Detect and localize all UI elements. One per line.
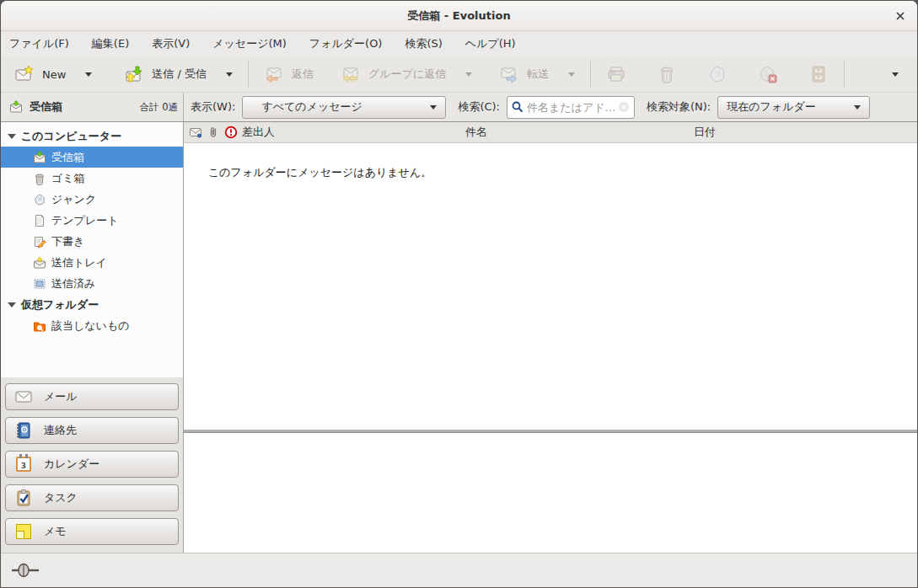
archive-icon xyxy=(808,64,829,84)
view-switcher: メール 連絡先 3 カレンダー タスク メモ xyxy=(1,377,183,553)
main-content: このコンピューター 受信箱 ゴミ箱 ジャンク テンプレート xyxy=(1,122,917,553)
menu-bar: ファイル(F) 編集(E) 表示(V) メッセージ(M) フォルダー(O) 検索… xyxy=(1,31,917,56)
forward-dropdown-icon[interactable] xyxy=(568,72,575,77)
tasks-icon xyxy=(14,489,33,507)
archive-button[interactable] xyxy=(802,60,835,88)
column-from[interactable]: 差出人 xyxy=(242,125,275,140)
sidebar-item-unmatched[interactable]: 該当しないもの xyxy=(1,315,183,336)
switcher-memos-button[interactable]: メモ xyxy=(5,518,179,545)
expander-icon[interactable] xyxy=(8,134,16,139)
junk-icon xyxy=(707,64,727,84)
new-mail-icon xyxy=(14,64,35,84)
show-filter-label: 表示(W): xyxy=(191,99,235,115)
junk-icon xyxy=(33,193,46,206)
switcher-calendar-button[interactable]: 3 カレンダー xyxy=(5,451,179,478)
tree-group-this-computer[interactable]: このコンピューター xyxy=(1,126,183,147)
menu-message[interactable]: メッセージ(M) xyxy=(212,36,287,51)
folder-name: 受信箱 xyxy=(30,99,62,115)
search-scope-dropdown[interactable]: 現在のフォルダー xyxy=(717,96,870,119)
calendar-icon: 3 xyxy=(16,457,31,472)
tree-group-search-folders[interactable]: 仮想フォルダー xyxy=(1,294,183,315)
show-filter-value: すべてのメッセージ xyxy=(261,99,362,115)
sidebar-item-label: 送信トレイ xyxy=(51,255,107,270)
delete-button[interactable] xyxy=(650,60,684,88)
print-button[interactable] xyxy=(599,60,633,88)
sidebar-item-templates[interactable]: テンプレート xyxy=(1,210,183,231)
tree-group-label: 仮想フォルダー xyxy=(21,297,99,313)
switcher-tasks-button[interactable]: タスク xyxy=(5,484,179,511)
show-filter-dropdown[interactable]: すべてのメッセージ xyxy=(242,96,446,119)
outbox-icon xyxy=(33,256,46,270)
search-label: 検索(C): xyxy=(458,99,500,115)
send-receive-dropdown-icon[interactable] xyxy=(226,72,233,77)
menu-edit[interactable]: 編集(E) xyxy=(92,36,129,51)
contacts-icon xyxy=(14,421,33,440)
send-receive-button[interactable]: 送信 / 受信 xyxy=(117,60,239,88)
search-scope-label: 検索対象(N): xyxy=(647,99,711,115)
switcher-label: メール xyxy=(44,389,78,404)
forward-button[interactable]: 転送 xyxy=(492,60,582,88)
sidebar-item-sent[interactable]: 送信済み xyxy=(1,273,183,294)
toolbar-separator xyxy=(248,61,249,87)
new-button[interactable]: New xyxy=(8,60,99,88)
sidebar-item-junk[interactable]: ジャンク xyxy=(1,189,183,210)
toolbar-overflow-icon[interactable] xyxy=(892,72,899,77)
column-date[interactable]: 日付 xyxy=(694,125,716,140)
reply-button-label: 返信 xyxy=(292,67,314,82)
chevron-down-icon xyxy=(430,105,437,110)
window-title: 受信箱 - Evolution xyxy=(1,8,917,24)
reply-group-button[interactable]: グループに返信 xyxy=(334,60,479,88)
sidebar-item-inbox[interactable]: 受信箱 xyxy=(1,147,183,168)
not-junk-button[interactable] xyxy=(751,60,785,88)
switcher-contacts-button[interactable]: 連絡先 xyxy=(5,417,179,444)
chevron-down-icon xyxy=(854,105,861,110)
search-scope-value: 現在のフォルダー xyxy=(727,99,816,115)
preview-pane xyxy=(184,432,917,553)
empty-folder-message: このフォルダーにメッセージはありません。 xyxy=(208,166,432,179)
switcher-label: 連絡先 xyxy=(44,423,77,438)
read-status-column-icon[interactable] xyxy=(189,126,202,139)
attachment-column-icon[interactable] xyxy=(207,126,220,139)
junk-button[interactable] xyxy=(701,60,734,88)
trash-icon xyxy=(657,64,677,84)
reply-button[interactable]: 返信 xyxy=(257,60,320,88)
not-junk-icon xyxy=(758,64,778,84)
search-icon xyxy=(512,101,523,113)
forward-button-label: 転送 xyxy=(527,67,549,82)
search-input[interactable] xyxy=(527,101,615,114)
switcher-mail-button[interactable]: メール xyxy=(5,383,179,410)
menu-file[interactable]: ファイル(F) xyxy=(9,36,69,51)
close-icon xyxy=(895,11,905,21)
sidebar-item-label: 受信箱 xyxy=(51,150,84,165)
draft-icon xyxy=(33,235,46,249)
column-subject[interactable]: 件名 xyxy=(465,125,487,140)
sidebar-item-label: テンプレート xyxy=(51,213,119,228)
expander-icon[interactable] xyxy=(8,302,16,307)
new-dropdown-icon[interactable] xyxy=(85,72,92,77)
mail-icon xyxy=(14,388,33,406)
sidebar-item-outbox[interactable]: 送信トレイ xyxy=(1,252,183,273)
inbox-icon xyxy=(33,151,46,164)
menu-help[interactable]: ヘルプ(H) xyxy=(465,36,516,51)
sidebar-item-label: 下書き xyxy=(51,234,84,249)
sidebar-item-drafts[interactable]: 下書き xyxy=(1,231,183,252)
inbox-icon xyxy=(9,100,23,114)
sidebar-item-label: ジャンク xyxy=(51,192,96,207)
menu-folder[interactable]: フォルダー(O) xyxy=(309,36,383,51)
status-bar xyxy=(1,553,917,587)
toolbar-separator xyxy=(590,61,591,87)
reply-group-label: グループに返信 xyxy=(368,67,446,82)
switcher-label: タスク xyxy=(44,490,78,505)
importance-column-icon[interactable] xyxy=(224,126,238,139)
online-status-icon[interactable] xyxy=(11,563,40,578)
sidebar-item-trash[interactable]: ゴミ箱 xyxy=(1,168,183,189)
send-receive-icon xyxy=(124,64,144,84)
menu-view[interactable]: 表示(V) xyxy=(152,36,190,51)
calendar-day: 3 xyxy=(21,462,26,470)
menu-search[interactable]: 検索(S) xyxy=(405,36,442,51)
message-list[interactable]: このフォルダーにメッセージはありません。 xyxy=(184,143,917,430)
reply-group-dropdown-icon[interactable] xyxy=(465,72,472,77)
close-button[interactable] xyxy=(892,8,909,24)
memo-icon xyxy=(16,524,31,539)
clear-search-icon[interactable] xyxy=(618,101,630,113)
